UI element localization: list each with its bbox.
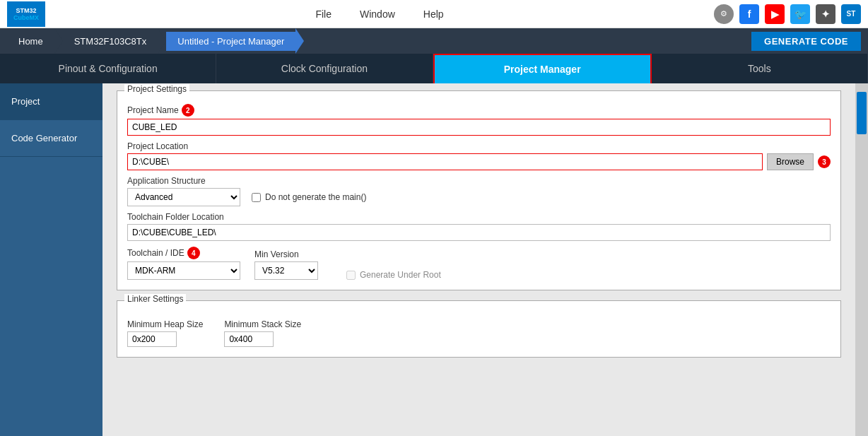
min-version-select[interactable]: V5.32 V5.27 xyxy=(254,261,318,280)
heap-label: Minimum Heap Size xyxy=(127,319,203,329)
toolchain-select[interactable]: MDK-ARM STM32CubeIDE Makefile xyxy=(127,261,240,280)
min-version-col: Min Version V5.32 V5.27 xyxy=(254,244,318,280)
breadcrumb-home[interactable]: Home xyxy=(7,32,54,51)
main-content: Project Settings Project Name 2 Project … xyxy=(102,83,855,436)
scrollbar-thumb[interactable] xyxy=(857,92,867,134)
project-name-label: Project Name 2 xyxy=(127,104,831,117)
sidebar-item-code-generator[interactable]: Code Generator xyxy=(0,120,102,157)
toolchain-folder-label: Toolchain Folder Location xyxy=(127,212,831,222)
breadcrumb-bar: Home STM32F103C8Tx Untitled - Project Ma… xyxy=(0,28,868,54)
menu-file[interactable]: File xyxy=(315,8,332,20)
toolchain-badge: 4 xyxy=(187,247,200,259)
menu-items: File Window Help xyxy=(74,8,686,20)
youtube-icon[interactable]: ▶ xyxy=(765,4,785,24)
scrollbar-area xyxy=(855,83,868,436)
main-tabs: Pinout & Configuration Clock Configurati… xyxy=(0,54,868,83)
project-settings-group: Project Settings Project Name 2 Project … xyxy=(117,90,841,290)
no-main-label: Do not generate the main() xyxy=(265,192,366,202)
no-main-checkbox[interactable] xyxy=(252,193,261,202)
logo-area: STM32 CubeMX xyxy=(7,1,45,27)
st-icon[interactable]: ST xyxy=(841,4,861,24)
linker-row: Minimum Heap Size Minimum Stack Size xyxy=(127,314,831,347)
stack-label: Minimum Stack Size xyxy=(224,319,301,329)
heap-input[interactable] xyxy=(127,331,177,347)
linker-settings-group: Linker Settings Minimum Heap Size Minimu… xyxy=(117,300,841,358)
breadcrumb-chip[interactable]: STM32F103C8Tx xyxy=(63,32,158,51)
browse-button[interactable]: Browse xyxy=(767,153,814,170)
menu-window[interactable]: Window xyxy=(360,8,395,20)
menu-help[interactable]: Help xyxy=(423,8,444,20)
tab-clock[interactable]: Clock Configuration xyxy=(216,54,433,83)
stack-input[interactable] xyxy=(224,331,274,347)
gen-under-root-row: Generate Under Root xyxy=(346,270,441,280)
linker-settings-legend: Linker Settings xyxy=(124,294,186,304)
min-version-label: Min Version xyxy=(254,249,318,259)
toolchain-label-text: Toolchain / IDE xyxy=(127,248,184,258)
project-location-input[interactable] xyxy=(127,153,763,170)
project-settings-legend: Project Settings xyxy=(124,84,189,94)
sidebar-item-project[interactable]: Project xyxy=(0,83,102,120)
generate-code-button[interactable]: GENERATE CODE xyxy=(751,32,861,51)
stack-field: Minimum Stack Size xyxy=(224,314,301,347)
project-location-label: Project Location xyxy=(127,141,831,151)
tab-project-manager[interactable]: Project Manager xyxy=(433,54,652,83)
project-location-row: Browse 3 xyxy=(127,153,831,170)
project-name-badge: 2 xyxy=(182,104,194,117)
logo-cube: CubeMX xyxy=(13,14,39,21)
app-structure-label: Application Structure xyxy=(127,176,831,186)
project-name-label-text: Project Name xyxy=(127,105,179,115)
logo-box: STM32 CubeMX xyxy=(7,1,45,27)
twitter-icon[interactable]: 🐦 xyxy=(790,4,810,24)
no-main-checkbox-row: Do not generate the main() xyxy=(252,192,366,202)
toolchain-label: Toolchain / IDE 4 xyxy=(127,247,240,259)
app-structure-select[interactable]: Basic Advanced xyxy=(127,188,240,206)
gen-under-root-checkbox[interactable] xyxy=(346,271,356,280)
content-area: Project Code Generator Project Settings … xyxy=(0,83,868,436)
app-structure-row: Basic Advanced Do not generate the main(… xyxy=(127,188,831,206)
breadcrumb-active[interactable]: Untitled - Project Manager xyxy=(166,32,295,51)
toolchain-row: Toolchain / IDE 4 MDK-ARM STM32CubeIDE M… xyxy=(127,241,831,280)
settings-icon[interactable]: ⚙ xyxy=(714,4,734,24)
gen-under-root-label: Generate Under Root xyxy=(360,270,441,280)
heap-field: Minimum Heap Size xyxy=(127,314,203,347)
toolchain-folder-input[interactable] xyxy=(127,224,831,241)
tab-tools[interactable]: Tools xyxy=(652,54,868,83)
tab-pinout[interactable]: Pinout & Configuration xyxy=(0,54,216,83)
breadcrumb-arrow-1 xyxy=(54,28,63,54)
network-icon[interactable]: ✦ xyxy=(816,4,835,24)
menu-bar: STM32 CubeMX File Window Help ⚙ f ▶ 🐦 ✦ … xyxy=(0,0,868,28)
logo-stm: STM32 xyxy=(16,7,36,14)
social-icons: ⚙ f ▶ 🐦 ✦ ST xyxy=(714,4,861,24)
breadcrumb-arrow-3 xyxy=(295,28,304,54)
breadcrumb-arrow-2 xyxy=(158,28,166,54)
facebook-icon[interactable]: f xyxy=(739,4,759,24)
browse-badge: 3 xyxy=(818,155,831,168)
sidebar: Project Code Generator xyxy=(0,83,102,436)
project-name-input[interactable] xyxy=(127,119,831,136)
toolchain-col: Toolchain / IDE 4 MDK-ARM STM32CubeIDE M… xyxy=(127,241,240,280)
